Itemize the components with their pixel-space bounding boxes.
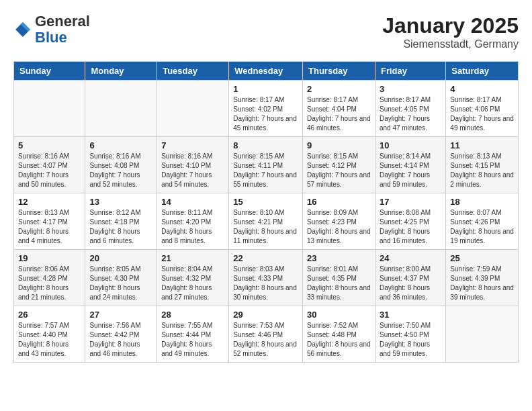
calendar-cell: 11Sunrise: 8:13 AM Sunset: 4:15 PM Dayli… [446,137,519,193]
calendar-cell: 5Sunrise: 8:16 AM Sunset: 4:07 PM Daylig… [14,137,85,193]
calendar-cell: 30Sunrise: 7:52 AM Sunset: 4:48 PM Dayli… [303,306,375,363]
day-number: 5 [18,140,81,150]
calendar-week-row: 19Sunrise: 8:06 AM Sunset: 4:28 PM Dayli… [14,250,519,306]
day-info: Sunrise: 8:11 AM Sunset: 4:20 PM Dayligh… [161,209,212,244]
day-number: 28 [161,310,224,320]
calendar-cell: 18Sunrise: 8:07 AM Sunset: 4:26 PM Dayli… [446,193,519,250]
title-block: January 2025 Siemensstadt, Germany [382,13,519,50]
day-number: 13 [89,197,152,207]
day-info: Sunrise: 8:00 AM Sunset: 4:37 PM Dayligh… [380,265,431,301]
day-info: Sunrise: 8:12 AM Sunset: 4:18 PM Dayligh… [89,209,140,244]
day-info: Sunrise: 8:16 AM Sunset: 4:07 PM Dayligh… [18,152,69,188]
calendar-week-row: 5Sunrise: 8:16 AM Sunset: 4:07 PM Daylig… [14,137,519,193]
day-info: Sunrise: 8:13 AM Sunset: 4:15 PM Dayligh… [450,152,514,188]
calendar-cell: 17Sunrise: 8:08 AM Sunset: 4:25 PM Dayli… [375,193,445,250]
calendar-cell: 31Sunrise: 7:50 AM Sunset: 4:50 PM Dayli… [375,306,445,363]
day-number: 30 [307,310,371,320]
day-number: 26 [18,310,81,320]
day-number: 20 [89,253,152,263]
calendar-title: January 2025 [382,13,519,38]
calendar-cell [157,81,229,137]
calendar-week-row: 1Sunrise: 8:17 AM Sunset: 4:02 PM Daylig… [14,81,519,137]
weekday-header: Thursday [303,62,375,81]
calendar-subtitle: Siemensstadt, Germany [382,38,519,50]
day-number: 1 [233,84,298,94]
day-number: 3 [380,84,441,94]
day-number: 25 [450,253,514,263]
day-info: Sunrise: 7:52 AM Sunset: 4:48 PM Dayligh… [307,322,371,357]
calendar-cell: 3Sunrise: 8:17 AM Sunset: 4:05 PM Daylig… [375,81,445,137]
day-number: 14 [161,197,224,207]
day-number: 22 [233,253,298,263]
calendar-cell: 22Sunrise: 8:03 AM Sunset: 4:33 PM Dayli… [229,250,303,306]
weekday-header: Tuesday [157,62,229,81]
weekday-header: Saturday [446,62,519,81]
calendar-cell: 2Sunrise: 8:17 AM Sunset: 4:04 PM Daylig… [303,81,375,137]
day-number: 24 [380,253,441,263]
calendar-week-row: 12Sunrise: 8:13 AM Sunset: 4:17 PM Dayli… [14,193,519,250]
day-info: Sunrise: 8:17 AM Sunset: 4:04 PM Dayligh… [307,96,371,132]
day-number: 6 [89,140,152,150]
day-info: Sunrise: 8:05 AM Sunset: 4:30 PM Dayligh… [89,265,140,301]
day-info: Sunrise: 8:15 AM Sunset: 4:11 PM Dayligh… [233,152,297,188]
calendar-cell: 12Sunrise: 8:13 AM Sunset: 4:17 PM Dayli… [14,193,85,250]
day-info: Sunrise: 7:55 AM Sunset: 4:44 PM Dayligh… [161,322,212,357]
calendar-cell: 23Sunrise: 8:01 AM Sunset: 4:35 PM Dayli… [303,250,375,306]
calendar-cell: 9Sunrise: 8:15 AM Sunset: 4:12 PM Daylig… [303,137,375,193]
day-info: Sunrise: 8:07 AM Sunset: 4:26 PM Dayligh… [450,209,514,244]
day-info: Sunrise: 8:10 AM Sunset: 4:21 PM Dayligh… [233,209,297,244]
day-number: 16 [307,197,371,207]
day-info: Sunrise: 8:17 AM Sunset: 4:02 PM Dayligh… [233,96,297,132]
day-number: 4 [450,84,514,94]
calendar-cell: 15Sunrise: 8:10 AM Sunset: 4:21 PM Dayli… [229,193,303,250]
calendar-cell: 28Sunrise: 7:55 AM Sunset: 4:44 PM Dayli… [157,306,229,363]
calendar-cell: 7Sunrise: 8:16 AM Sunset: 4:10 PM Daylig… [157,137,229,193]
day-info: Sunrise: 8:01 AM Sunset: 4:35 PM Dayligh… [307,265,371,301]
calendar-cell: 21Sunrise: 8:04 AM Sunset: 4:32 PM Dayli… [157,250,229,306]
day-info: Sunrise: 8:09 AM Sunset: 4:23 PM Dayligh… [307,209,371,244]
calendar-cell: 20Sunrise: 8:05 AM Sunset: 4:30 PM Dayli… [85,250,157,306]
calendar-cell: 13Sunrise: 8:12 AM Sunset: 4:18 PM Dayli… [85,193,157,250]
day-number: 9 [307,140,371,150]
calendar-cell [446,306,519,363]
day-info: Sunrise: 7:59 AM Sunset: 4:39 PM Dayligh… [450,265,514,301]
weekday-header-row: SundayMondayTuesdayWednesdayThursdayFrid… [14,62,519,81]
day-number: 12 [18,197,81,207]
day-info: Sunrise: 8:17 AM Sunset: 4:06 PM Dayligh… [450,96,514,132]
calendar-table: SundayMondayTuesdayWednesdayThursdayFrid… [13,61,519,363]
day-info: Sunrise: 7:57 AM Sunset: 4:40 PM Dayligh… [18,322,69,357]
day-number: 27 [89,310,152,320]
page-header: General Blue January 2025 Siemensstadt, … [13,13,519,50]
day-info: Sunrise: 8:04 AM Sunset: 4:32 PM Dayligh… [161,265,212,301]
day-info: Sunrise: 8:14 AM Sunset: 4:14 PM Dayligh… [380,152,431,188]
calendar-cell: 10Sunrise: 8:14 AM Sunset: 4:14 PM Dayli… [375,137,445,193]
day-info: Sunrise: 8:06 AM Sunset: 4:28 PM Dayligh… [18,265,69,301]
day-number: 11 [450,140,514,150]
day-info: Sunrise: 8:13 AM Sunset: 4:17 PM Dayligh… [18,209,69,244]
weekday-header: Sunday [14,62,85,81]
day-number: 31 [380,310,441,320]
day-number: 29 [233,310,298,320]
day-number: 8 [233,140,298,150]
day-info: Sunrise: 7:53 AM Sunset: 4:46 PM Dayligh… [233,322,297,357]
logo-text: General Blue [35,13,90,46]
calendar-cell: 19Sunrise: 8:06 AM Sunset: 4:28 PM Dayli… [14,250,85,306]
day-info: Sunrise: 7:56 AM Sunset: 4:42 PM Dayligh… [89,322,140,357]
day-number: 18 [450,197,514,207]
day-number: 17 [380,197,441,207]
day-info: Sunrise: 8:03 AM Sunset: 4:33 PM Dayligh… [233,265,297,301]
calendar-cell: 4Sunrise: 8:17 AM Sunset: 4:06 PM Daylig… [446,81,519,137]
calendar-cell: 24Sunrise: 8:00 AM Sunset: 4:37 PM Dayli… [375,250,445,306]
calendar-cell: 16Sunrise: 8:09 AM Sunset: 4:23 PM Dayli… [303,193,375,250]
calendar-week-row: 26Sunrise: 7:57 AM Sunset: 4:40 PM Dayli… [14,306,519,363]
day-info: Sunrise: 8:16 AM Sunset: 4:08 PM Dayligh… [89,152,140,188]
day-info: Sunrise: 8:17 AM Sunset: 4:05 PM Dayligh… [380,96,431,132]
calendar-cell: 29Sunrise: 7:53 AM Sunset: 4:46 PM Dayli… [229,306,303,363]
weekday-header: Monday [85,62,157,81]
day-number: 23 [307,253,371,263]
day-info: Sunrise: 8:15 AM Sunset: 4:12 PM Dayligh… [307,152,371,188]
calendar-cell [85,81,157,137]
calendar-cell [14,81,85,137]
calendar-cell: 25Sunrise: 7:59 AM Sunset: 4:39 PM Dayli… [446,250,519,306]
day-number: 10 [380,140,441,150]
